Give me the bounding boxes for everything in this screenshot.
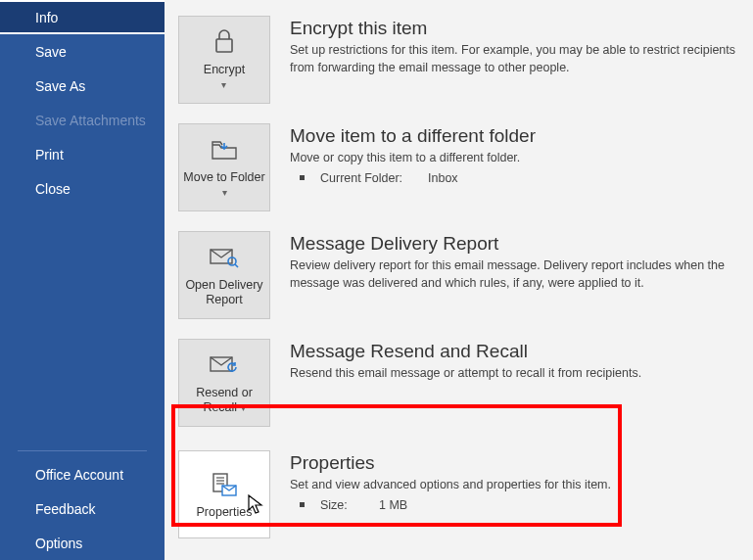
move-desc: Move or copy this item to a different fo…	[290, 150, 739, 167]
section-resend: Resend or Recall ▾ Message Resend and Re…	[178, 339, 739, 427]
sidebar-label: Office Account	[35, 467, 123, 483]
sidebar-item-print[interactable]: Print	[0, 137, 165, 171]
sidebar-item-save[interactable]: Save	[0, 34, 165, 69]
resend-recall-button[interactable]: Resend or Recall ▾	[178, 339, 270, 427]
sidebar-item-saveas[interactable]: Save As	[0, 69, 165, 103]
bullet-icon	[300, 175, 305, 180]
sidebar-item-info[interactable]: Info	[0, 0, 165, 34]
size-row: Size: 1 MB	[290, 498, 739, 512]
sidebar-label: Print	[35, 147, 64, 163]
sidebar-label: Info	[35, 10, 58, 25]
sidebar-item-close[interactable]: Close	[0, 171, 165, 206]
encrypt-desc: Set up restrictions for this item. For e…	[290, 42, 739, 76]
sidebar-item-options[interactable]: Options	[0, 526, 165, 560]
envelope-search-icon	[209, 243, 240, 272]
envelope-refresh-icon	[209, 350, 240, 380]
current-folder-row: Current Folder: Inbox	[290, 171, 739, 185]
lock-icon	[209, 27, 240, 57]
sidebar-label: Feedback	[35, 501, 95, 517]
size-key: Size:	[320, 498, 369, 512]
delivery-title: Message Delivery Report	[290, 233, 739, 255]
svg-rect-0	[216, 39, 232, 52]
sidebar-item-office-account[interactable]: Office Account	[0, 457, 165, 491]
svg-line-3	[235, 264, 238, 267]
section-move: Move to Folder ▾ Move item to a differen…	[178, 123, 739, 211]
sidebar-item-save-attachments: Save Attachments	[0, 103, 165, 137]
sidebar-label: Save As	[35, 78, 85, 94]
current-folder-key: Current Folder:	[320, 171, 418, 185]
sidebar-item-feedback[interactable]: Feedback	[0, 491, 165, 526]
sidebar-divider	[18, 450, 147, 451]
resend-desc: Resend this email message or attempt to …	[290, 365, 739, 383]
tile-label: Properties	[197, 505, 253, 520]
tile-label: Move to Folder	[183, 170, 264, 184]
current-folder-value: Inbox	[428, 171, 458, 185]
open-delivery-report-button[interactable]: Open Delivery Report	[178, 231, 270, 319]
sidebar-label: Options	[35, 536, 82, 551]
delivery-desc: Review delivery report for this email me…	[290, 257, 739, 292]
section-encrypt: Encrypt▾ Encrypt this item Set up restri…	[178, 16, 739, 104]
resend-title: Message Resend and Recall	[290, 341, 739, 362]
move-folder-icon	[209, 135, 240, 164]
move-to-folder-button[interactable]: Move to Folder ▾	[178, 123, 270, 211]
backstage-sidebar: Info Save Save As Save Attachments Print…	[0, 0, 165, 560]
sidebar-label: Save	[35, 44, 67, 60]
properties-button[interactable]: Properties	[178, 450, 270, 538]
properties-icon	[209, 470, 240, 499]
encrypt-button[interactable]: Encrypt▾	[178, 16, 270, 104]
bullet-icon	[300, 502, 305, 507]
properties-title: Properties	[290, 452, 739, 474]
main-panel: Encrypt▾ Encrypt this item Set up restri…	[165, 0, 753, 560]
tile-label: Encrypt	[204, 63, 245, 76]
encrypt-title: Encrypt this item	[290, 18, 739, 39]
chevron-down-icon: ▾	[221, 79, 226, 90]
sidebar-label: Save Attachments	[35, 113, 146, 128]
sidebar-label: Close	[35, 181, 71, 197]
tile-label: Open Delivery Report	[181, 278, 267, 307]
properties-desc: Set and view advanced options and proper…	[290, 477, 739, 494]
chevron-down-icon: ▾	[222, 187, 227, 198]
section-delivery: Open Delivery Report Message Delivery Re…	[178, 231, 739, 319]
move-title: Move item to a different folder	[290, 125, 739, 147]
chevron-down-icon: ▾	[241, 402, 246, 413]
section-properties: Properties Properties Set and view advan…	[178, 450, 739, 538]
size-value: 1 MB	[379, 498, 407, 512]
